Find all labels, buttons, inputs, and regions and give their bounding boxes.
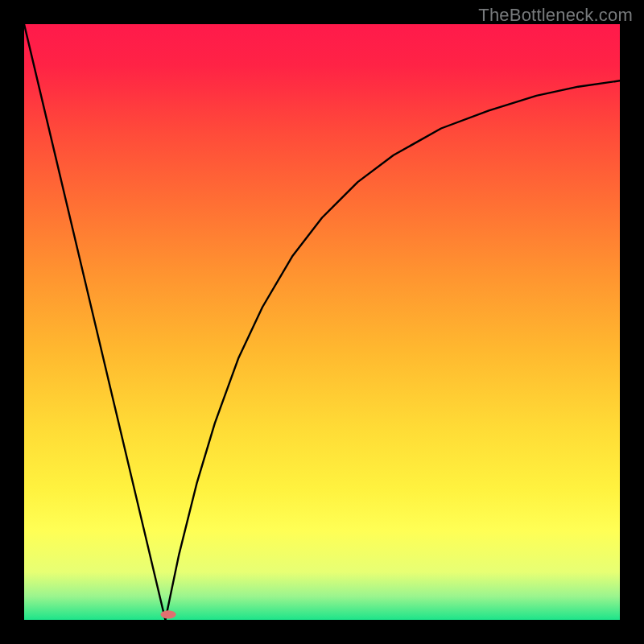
chart-plot	[24, 24, 620, 620]
minimum-marker-group	[160, 610, 175, 618]
watermark-text: TheBottleneck.com	[478, 5, 633, 26]
minimum-marker	[160, 610, 175, 618]
plot-background	[24, 24, 620, 620]
chart-frame: TheBottleneck.com	[0, 0, 644, 644]
